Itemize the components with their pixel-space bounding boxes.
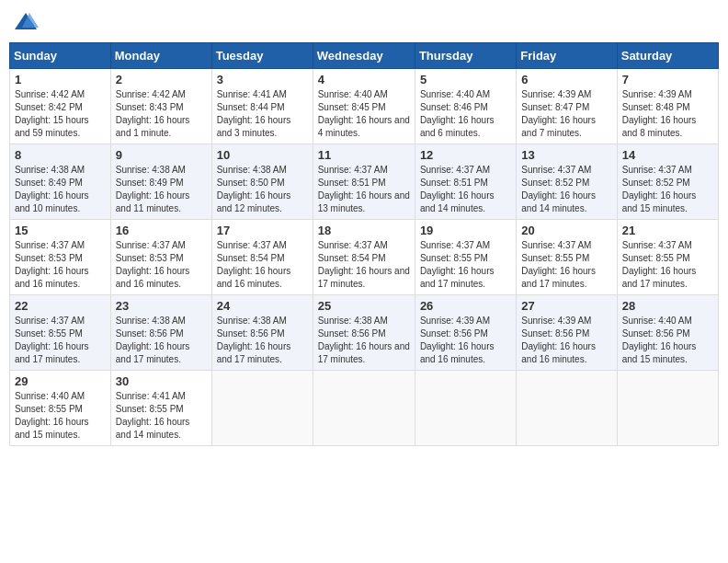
day-number: 11 xyxy=(318,148,410,162)
table-row xyxy=(617,371,718,446)
table-row: 3Sunrise: 4:41 AMSunset: 8:44 PMDaylight… xyxy=(211,69,313,144)
cell-info: Sunrise: 4:39 AMSunset: 8:56 PMDaylight:… xyxy=(521,316,596,364)
day-number: 24 xyxy=(217,299,308,313)
table-row: 10Sunrise: 4:38 AMSunset: 8:50 PMDayligh… xyxy=(211,144,313,220)
day-number: 29 xyxy=(15,374,106,388)
day-number: 4 xyxy=(318,73,410,86)
table-row: 17Sunrise: 4:37 AMSunset: 8:54 PMDayligh… xyxy=(211,220,313,295)
cell-info: Sunrise: 4:41 AMSunset: 8:44 PMDaylight:… xyxy=(217,89,291,138)
table-row: 12Sunrise: 4:37 AMSunset: 8:51 PMDayligh… xyxy=(415,144,516,220)
table-row: 27Sunrise: 4:39 AMSunset: 8:56 PMDayligh… xyxy=(517,295,617,371)
day-number: 1 xyxy=(15,73,106,86)
cell-info: Sunrise: 4:37 AMSunset: 8:55 PMDaylight:… xyxy=(521,240,596,289)
table-row: 11Sunrise: 4:37 AMSunset: 8:51 PMDayligh… xyxy=(313,144,415,220)
col-saturday: Saturday xyxy=(617,43,718,69)
day-number: 14 xyxy=(622,148,713,162)
table-row: 13Sunrise: 4:37 AMSunset: 8:52 PMDayligh… xyxy=(517,144,617,220)
col-monday: Monday xyxy=(110,43,211,69)
table-row: 30Sunrise: 4:41 AMSunset: 8:55 PMDayligh… xyxy=(110,371,211,446)
cell-info: Sunrise: 4:38 AMSunset: 8:49 PMDaylight:… xyxy=(116,165,190,213)
cell-info: Sunrise: 4:37 AMSunset: 8:53 PMDaylight:… xyxy=(15,240,89,289)
table-row xyxy=(415,371,516,446)
day-number: 25 xyxy=(318,299,410,313)
calendar-header-row: Sunday Monday Tuesday Wednesday Thursday… xyxy=(10,43,719,69)
day-number: 20 xyxy=(521,224,611,237)
table-row: 22Sunrise: 4:37 AMSunset: 8:55 PMDayligh… xyxy=(10,295,111,371)
cell-info: Sunrise: 4:37 AMSunset: 8:52 PMDaylight:… xyxy=(521,165,596,213)
cell-info: Sunrise: 4:37 AMSunset: 8:55 PMDaylight:… xyxy=(622,240,697,289)
logo xyxy=(13,9,42,35)
cell-info: Sunrise: 4:37 AMSunset: 8:52 PMDaylight:… xyxy=(622,165,697,213)
day-number: 16 xyxy=(116,224,207,237)
day-number: 28 xyxy=(622,299,713,313)
table-row: 29Sunrise: 4:40 AMSunset: 8:55 PMDayligh… xyxy=(10,371,111,446)
cell-info: Sunrise: 4:40 AMSunset: 8:45 PMDaylight:… xyxy=(318,89,410,138)
calendar-week-row: 29Sunrise: 4:40 AMSunset: 8:55 PMDayligh… xyxy=(10,371,719,446)
col-friday: Friday xyxy=(517,43,617,69)
day-number: 2 xyxy=(116,73,207,86)
table-row: 25Sunrise: 4:38 AMSunset: 8:56 PMDayligh… xyxy=(313,295,415,371)
table-row xyxy=(517,371,617,446)
cell-info: Sunrise: 4:38 AMSunset: 8:50 PMDaylight:… xyxy=(217,165,291,213)
col-tuesday: Tuesday xyxy=(211,43,313,69)
day-number: 7 xyxy=(622,73,713,86)
cell-info: Sunrise: 4:38 AMSunset: 8:56 PMDaylight:… xyxy=(318,316,410,364)
cell-info: Sunrise: 4:40 AMSunset: 8:55 PMDaylight:… xyxy=(15,391,89,440)
cell-info: Sunrise: 4:37 AMSunset: 8:55 PMDaylight:… xyxy=(420,240,495,289)
table-row: 2Sunrise: 4:42 AMSunset: 8:43 PMDaylight… xyxy=(110,69,211,144)
table-row: 24Sunrise: 4:38 AMSunset: 8:56 PMDayligh… xyxy=(211,295,313,371)
cell-info: Sunrise: 4:39 AMSunset: 8:56 PMDaylight:… xyxy=(420,316,495,364)
cell-info: Sunrise: 4:40 AMSunset: 8:56 PMDaylight:… xyxy=(622,316,697,364)
table-row: 21Sunrise: 4:37 AMSunset: 8:55 PMDayligh… xyxy=(617,220,718,295)
day-number: 23 xyxy=(116,299,207,313)
cell-info: Sunrise: 4:37 AMSunset: 8:51 PMDaylight:… xyxy=(318,165,410,213)
day-number: 3 xyxy=(217,73,308,86)
table-row: 15Sunrise: 4:37 AMSunset: 8:53 PMDayligh… xyxy=(10,220,111,295)
cell-info: Sunrise: 4:38 AMSunset: 8:49 PMDaylight:… xyxy=(15,165,89,213)
day-number: 15 xyxy=(15,224,106,237)
table-row: 9Sunrise: 4:38 AMSunset: 8:49 PMDaylight… xyxy=(110,144,211,220)
day-number: 21 xyxy=(622,224,713,237)
table-row: 5Sunrise: 4:40 AMSunset: 8:46 PMDaylight… xyxy=(415,69,516,144)
day-number: 9 xyxy=(116,148,207,162)
calendar-week-row: 15Sunrise: 4:37 AMSunset: 8:53 PMDayligh… xyxy=(10,220,719,295)
table-row: 26Sunrise: 4:39 AMSunset: 8:56 PMDayligh… xyxy=(415,295,516,371)
cell-info: Sunrise: 4:39 AMSunset: 8:48 PMDaylight:… xyxy=(622,89,697,138)
table-row xyxy=(313,371,415,446)
table-row: 8Sunrise: 4:38 AMSunset: 8:49 PMDaylight… xyxy=(10,144,111,220)
cell-info: Sunrise: 4:40 AMSunset: 8:46 PMDaylight:… xyxy=(420,89,495,138)
page-header xyxy=(9,9,719,35)
cell-info: Sunrise: 4:42 AMSunset: 8:42 PMDaylight:… xyxy=(15,89,89,138)
logo-icon xyxy=(13,9,39,35)
day-number: 10 xyxy=(217,148,308,162)
cell-info: Sunrise: 4:38 AMSunset: 8:56 PMDaylight:… xyxy=(217,316,291,364)
day-number: 18 xyxy=(318,224,410,237)
day-number: 19 xyxy=(420,224,511,237)
table-row xyxy=(211,371,313,446)
table-row: 18Sunrise: 4:37 AMSunset: 8:54 PMDayligh… xyxy=(313,220,415,295)
day-number: 22 xyxy=(15,299,106,313)
cell-info: Sunrise: 4:37 AMSunset: 8:55 PMDaylight:… xyxy=(15,316,89,364)
table-row: 14Sunrise: 4:37 AMSunset: 8:52 PMDayligh… xyxy=(617,144,718,220)
cell-info: Sunrise: 4:37 AMSunset: 8:54 PMDaylight:… xyxy=(318,240,410,289)
table-row: 28Sunrise: 4:40 AMSunset: 8:56 PMDayligh… xyxy=(617,295,718,371)
day-number: 5 xyxy=(420,73,511,86)
day-number: 30 xyxy=(116,374,207,388)
cell-info: Sunrise: 4:39 AMSunset: 8:47 PMDaylight:… xyxy=(521,89,596,138)
calendar-table: Sunday Monday Tuesday Wednesday Thursday… xyxy=(9,42,719,446)
col-sunday: Sunday xyxy=(10,43,111,69)
calendar-week-row: 22Sunrise: 4:37 AMSunset: 8:55 PMDayligh… xyxy=(10,295,719,371)
table-row: 4Sunrise: 4:40 AMSunset: 8:45 PMDaylight… xyxy=(313,69,415,144)
table-row: 20Sunrise: 4:37 AMSunset: 8:55 PMDayligh… xyxy=(517,220,617,295)
calendar-week-row: 1Sunrise: 4:42 AMSunset: 8:42 PMDaylight… xyxy=(10,69,719,144)
cell-info: Sunrise: 4:37 AMSunset: 8:51 PMDaylight:… xyxy=(420,165,495,213)
table-row: 7Sunrise: 4:39 AMSunset: 8:48 PMDaylight… xyxy=(617,69,718,144)
cell-info: Sunrise: 4:37 AMSunset: 8:53 PMDaylight:… xyxy=(116,240,190,289)
day-number: 6 xyxy=(521,73,611,86)
day-number: 13 xyxy=(521,148,611,162)
col-wednesday: Wednesday xyxy=(313,43,415,69)
table-row: 23Sunrise: 4:38 AMSunset: 8:56 PMDayligh… xyxy=(110,295,211,371)
table-row: 16Sunrise: 4:37 AMSunset: 8:53 PMDayligh… xyxy=(110,220,211,295)
cell-info: Sunrise: 4:37 AMSunset: 8:54 PMDaylight:… xyxy=(217,240,291,289)
day-number: 8 xyxy=(15,148,106,162)
